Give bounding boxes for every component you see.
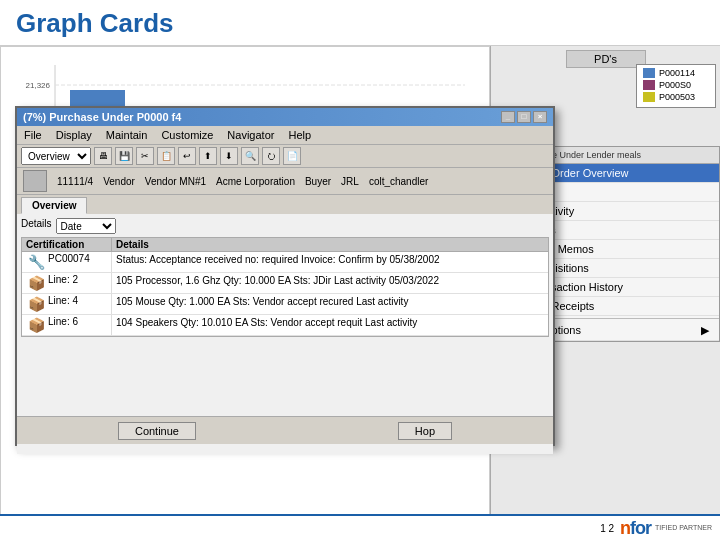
page-title: Graph Cards xyxy=(16,8,704,39)
pds-label: PD's xyxy=(566,50,646,68)
legend-color-1 xyxy=(643,68,655,78)
col-details: Details xyxy=(112,238,548,251)
legend-label-3: P000503 xyxy=(659,92,695,102)
row-icon-3: 📦 xyxy=(26,295,46,313)
po-name: Acme Lorporation xyxy=(216,176,295,187)
toolbar-btn-8[interactable]: 🔍 xyxy=(241,147,259,165)
legend-color-3 xyxy=(643,92,655,102)
legend-item-2: P000S0 xyxy=(643,80,709,90)
row-cert-1: PC00074 xyxy=(48,253,90,264)
po-window: (7%) Purchase Under P0000 f4 _ □ × File … xyxy=(15,106,555,446)
nfor-logo: nfor TIFIED PARTNER xyxy=(620,517,712,539)
tab-overview[interactable]: Overview xyxy=(21,197,87,214)
po-toolbar: Overview 🖶 💾 ✂ 📋 ↩ ⬆ ⬇ 🔍 ⭮ 📄 xyxy=(17,145,553,168)
legend-color-2 xyxy=(643,80,655,90)
menu-help[interactable]: Help xyxy=(285,128,314,142)
po-buyer: JRL xyxy=(341,176,359,187)
row-cert-3: Line: 4 xyxy=(48,295,78,306)
legend-label-1: P000114 xyxy=(659,68,695,78)
po-tabs: Overview xyxy=(17,195,553,214)
row-detail-3: 105 Mouse Qty: 1.000 EA Sts: Vendor acce… xyxy=(112,294,548,309)
menu-display[interactable]: Display xyxy=(53,128,95,142)
row-cert-4: Line: 6 xyxy=(48,316,78,327)
minimize-button[interactable]: _ xyxy=(501,111,515,123)
row-id-1: 🔧 PC00074 xyxy=(22,252,112,272)
logo-text: nfor xyxy=(620,518,651,539)
po-menubar: File Display Maintain Customize Navigato… xyxy=(17,126,553,145)
legend-box: P000114 P000S0 P000503 xyxy=(636,64,716,108)
menu-customize[interactable]: Customize xyxy=(158,128,216,142)
menu-navigator[interactable]: Navigator xyxy=(224,128,277,142)
detail-select[interactable]: Date xyxy=(56,218,116,234)
table-row[interactable]: 📦 Line: 2 105 Processor, 1.6 Ghz Qty: 10… xyxy=(22,273,548,294)
row-icon-2: 📦 xyxy=(26,274,46,292)
legend-label-2: P000S0 xyxy=(659,80,691,90)
row-id-4: 📦 Line: 6 xyxy=(22,315,112,335)
po-titlebar: (7%) Purchase Under P0000 f4 _ □ × xyxy=(17,108,553,126)
toolbar-btn-6[interactable]: ⬆ xyxy=(199,147,217,165)
row-detail-1: Status: Acceptance received no: required… xyxy=(112,252,548,267)
bottom-bar: 1 2 nfor TIFIED PARTNER xyxy=(0,514,720,540)
svg-text:21,326: 21,326 xyxy=(26,81,51,90)
titlebar-buttons: _ □ × xyxy=(501,111,547,123)
menu-file[interactable]: File xyxy=(21,128,45,142)
row-cert-2: Line: 2 xyxy=(48,274,78,285)
menu-maintain[interactable]: Maintain xyxy=(103,128,151,142)
table-row[interactable]: 📦 Line: 4 105 Mouse Qty: 1.000 EA Sts: V… xyxy=(22,294,548,315)
table-row[interactable]: 📦 Line: 6 104 Speakers Qty: 10.010 EA St… xyxy=(22,315,548,336)
row-detail-2: 105 Processor, 1.6 Ghz Qty: 10.000 EA St… xyxy=(112,273,548,288)
toolbar-btn-2[interactable]: 💾 xyxy=(115,147,133,165)
po-number: 11111/4 xyxy=(57,176,93,187)
main-content: 21,326 20,000 15,000 14,000 13,000 12,00… xyxy=(0,46,720,537)
row-icon-1: 🔧 xyxy=(26,253,46,271)
row-id-2: 📦 Line: 2 xyxy=(22,273,112,293)
toolbar-btn-9[interactable]: ⭮ xyxy=(262,147,280,165)
legend-item-3: P000503 xyxy=(643,92,709,102)
po-grid: Certification Details 🔧 PC00074 Status: … xyxy=(21,237,549,337)
po-footer: Continue Hop xyxy=(17,416,553,444)
row-detail-4: 104 Speakers Qty: 10.010 EA Sts: Vendor … xyxy=(112,315,548,330)
toolbar-btn-7[interactable]: ⬇ xyxy=(220,147,238,165)
toolbar-btn-3[interactable]: ✂ xyxy=(136,147,154,165)
header: Graph Cards xyxy=(0,0,720,46)
po-icon xyxy=(23,170,47,192)
po-detail-row: Details Date xyxy=(21,218,549,234)
continue-button[interactable]: Continue xyxy=(118,422,196,440)
grid-header: Certification Details xyxy=(22,238,548,252)
maximize-button[interactable]: □ xyxy=(517,111,531,123)
row-id-3: 📦 Line: 4 xyxy=(22,294,112,314)
toolbar-btn-10[interactable]: 📄 xyxy=(283,147,301,165)
close-button[interactable]: × xyxy=(533,111,547,123)
row-icon-4: 📦 xyxy=(26,316,46,334)
po-buyer-label: Buyer xyxy=(305,176,331,187)
po-controller: colt_chandler xyxy=(369,176,428,187)
po-vendor-label: Vendor xyxy=(103,176,135,187)
toolbar-dropdown[interactable]: Overview xyxy=(21,147,91,165)
toolbar-btn-1[interactable]: 🖶 xyxy=(94,147,112,165)
page-numbers: 1 2 xyxy=(600,523,614,534)
legend-item-1: P000114 xyxy=(643,68,709,78)
toolbar-btn-5[interactable]: ↩ xyxy=(178,147,196,165)
po-vendor: Vendor MN#1 xyxy=(145,176,206,187)
detail-label: Details xyxy=(21,218,52,234)
po-title: (7%) Purchase Under P0000 f4 xyxy=(23,111,181,123)
table-row[interactable]: 🔧 PC00074 Status: Acceptance received no… xyxy=(22,252,548,273)
hop-button[interactable]: Hop xyxy=(398,422,452,440)
po-info-bar: 11111/4 Vendor Vendor MN#1 Acme Lorporat… xyxy=(17,168,553,195)
col-certification: Certification xyxy=(22,238,112,251)
certified-label: TIFIED PARTNER xyxy=(655,524,712,532)
toolbar-btn-4[interactable]: 📋 xyxy=(157,147,175,165)
grid-rows: 🔧 PC00074 Status: Acceptance received no… xyxy=(22,252,548,336)
